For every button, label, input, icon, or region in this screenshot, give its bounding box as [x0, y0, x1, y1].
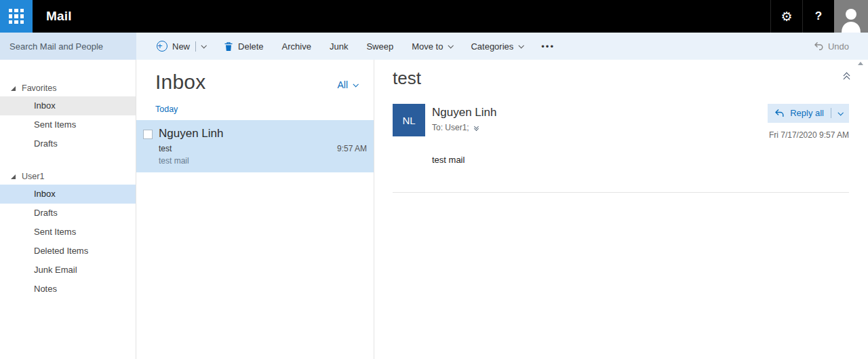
- folder-title: Inbox: [155, 71, 337, 94]
- favorites-group-header[interactable]: Favorites: [0, 80, 136, 96]
- move-to-button[interactable]: Move to: [412, 41, 452, 52]
- gear-icon: ⚙: [781, 9, 792, 24]
- filter-label: All: [337, 79, 348, 90]
- sender-name[interactable]: Nguyen Linh: [432, 106, 768, 119]
- message-divider: [393, 192, 849, 193]
- new-label: New: [172, 41, 190, 52]
- categories-label: Categories: [471, 41, 513, 52]
- settings-button[interactable]: ⚙: [770, 0, 802, 33]
- message-actions: Reply all Fri 7/17/2020 9:57 AM: [768, 104, 849, 140]
- to-label: To: User1;: [432, 123, 469, 132]
- message-list-item[interactable]: Nguyen Linh test 9:57 AM test mail: [136, 120, 374, 172]
- app-title: Mail: [46, 0, 72, 33]
- undo-icon: [814, 41, 824, 51]
- sidebar-item-deleted-items[interactable]: Deleted Items: [0, 242, 136, 261]
- sweep-label: Sweep: [366, 41, 393, 52]
- search-box[interactable]: [0, 33, 136, 60]
- message-list-pane: Inbox All Today Nguyen Linh test 9:57 AM…: [136, 60, 374, 359]
- app-launcher-button[interactable]: [0, 0, 33, 33]
- search-input[interactable]: [9, 41, 129, 52]
- message-body: test mail: [432, 155, 849, 165]
- reply-all-label: Reply all: [790, 108, 824, 118]
- user1-group-header[interactable]: User1: [0, 168, 136, 185]
- message-checkbox[interactable]: [143, 130, 153, 139]
- sidebar-item-inbox[interactable]: Inbox: [0, 185, 136, 204]
- help-button[interactable]: ?: [802, 0, 834, 33]
- group-spacer: [0, 153, 136, 168]
- categories-button[interactable]: Categories: [471, 41, 523, 52]
- conversation-subject: test: [393, 68, 844, 89]
- delete-button[interactable]: Delete: [224, 41, 264, 52]
- message-summary: Nguyen Linh test 9:57 AM test mail: [159, 126, 368, 166]
- sidebar-item-sent-items[interactable]: Sent Items: [0, 223, 136, 242]
- chevron-down-icon: [353, 81, 358, 87]
- chevron-down-icon[interactable]: [201, 43, 206, 48]
- user1-label: User1: [22, 172, 44, 181]
- expanded-triangle-icon: [11, 86, 16, 91]
- folder-pane: Favorites Inbox Sent Items Drafts User1 …: [0, 60, 136, 359]
- chevron-down-icon: [448, 43, 454, 48]
- junk-label: Junk: [330, 41, 348, 52]
- avatar[interactable]: NL: [393, 104, 425, 136]
- scrollbar-up-arrow[interactable]: [858, 62, 863, 65]
- help-icon: ?: [815, 10, 822, 23]
- suite-header-actions: ⚙ ?: [770, 0, 868, 33]
- reading-pane-header: test: [393, 68, 849, 89]
- suite-header: Mail ⚙ ?: [0, 0, 868, 33]
- expand-double-chevron-down-icon[interactable]: [475, 125, 478, 130]
- trash-icon: [224, 41, 233, 52]
- plus-circle-icon: +: [157, 41, 167, 52]
- reading-pane: test NL Nguyen Linh To: User1; Reply all: [374, 60, 868, 359]
- message-list-header: Inbox All: [136, 60, 374, 94]
- sidebar-item-favorites-sent-items[interactable]: Sent Items: [0, 115, 136, 134]
- more-commands-button[interactable]: •••: [541, 41, 555, 52]
- ellipsis-icon: •••: [541, 41, 555, 52]
- undo-label: Undo: [828, 41, 849, 52]
- message-sender: Nguyen Linh: [159, 127, 368, 140]
- message-preview: test mail: [159, 156, 368, 166]
- divider: [195, 41, 196, 52]
- sidebar-item-notes[interactable]: Notes: [0, 280, 136, 299]
- archive-label: Archive: [282, 41, 311, 52]
- sidebar-item-favorites-inbox[interactable]: Inbox: [0, 96, 136, 115]
- collapse-double-chevron-up-icon[interactable]: [844, 73, 849, 81]
- sidebar-item-junk-email[interactable]: Junk Email: [0, 261, 136, 280]
- message-time: 9:57 AM: [337, 144, 368, 153]
- filter-dropdown[interactable]: All: [337, 79, 357, 90]
- divider: [831, 108, 831, 118]
- expanded-triangle-icon: [11, 174, 16, 179]
- message-card: NL Nguyen Linh To: User1; Reply all Fri: [393, 104, 849, 140]
- app-launcher-icon: [9, 9, 24, 24]
- new-button[interactable]: + New: [157, 41, 205, 52]
- message-subject-row: test 9:57 AM: [159, 144, 368, 153]
- favorites-label: Favorites: [22, 83, 56, 93]
- message-date: Fri 7/17/2020 9:57 AM: [768, 130, 849, 140]
- sidebar-item-drafts[interactable]: Drafts: [0, 204, 136, 223]
- message-from-block: Nguyen Linh To: User1;: [432, 104, 768, 132]
- reply-all-icon: [774, 109, 785, 118]
- date-group-label[interactable]: Today: [136, 94, 374, 120]
- command-bar: + New Delete Archive Junk Sweep Mov: [0, 33, 868, 60]
- sweep-button[interactable]: Sweep: [366, 41, 393, 52]
- undo-button[interactable]: Undo: [814, 41, 849, 52]
- person-icon: [840, 5, 863, 33]
- recipients-row: To: User1;: [432, 123, 768, 132]
- move-to-label: Move to: [412, 41, 443, 52]
- delete-label: Delete: [238, 41, 264, 52]
- reply-all-button[interactable]: Reply all: [768, 104, 849, 123]
- junk-button[interactable]: Junk: [330, 41, 348, 52]
- sidebar-item-favorites-drafts[interactable]: Drafts: [0, 134, 136, 153]
- account-avatar[interactable]: [834, 0, 868, 33]
- message-subject: test: [159, 144, 337, 153]
- main-content: Favorites Inbox Sent Items Drafts User1 …: [0, 60, 868, 359]
- archive-button[interactable]: Archive: [282, 41, 311, 52]
- chevron-down-icon: [519, 43, 524, 48]
- command-items: + New Delete Archive Junk Sweep Mov: [136, 33, 868, 60]
- chevron-down-icon[interactable]: [837, 110, 843, 115]
